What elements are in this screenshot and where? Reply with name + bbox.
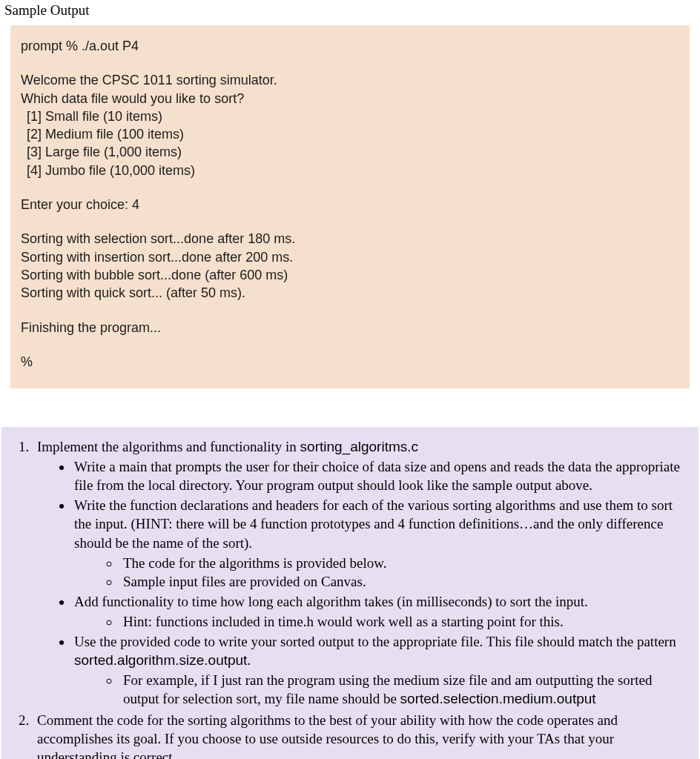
choice-line: Enter your choice: 4 [21,196,679,213]
instr-1-bullet-4-sub-1: For example, if I just ran the program u… [120,671,684,708]
instr-1-bullet-4-sub-1-example: sorted.selection.medium.output [400,691,596,706]
sample-output-box: prompt % ./a.out P4 Welcome the CPSC 101… [10,25,690,388]
selection-sort-line: Sorting with selection sort...done after… [21,230,679,248]
instr-1-bullet-1: Write a main that prompts the user for t… [73,457,684,494]
instr-1-bullet-2-sub-1: The code for the algorithms is provided … [120,554,684,572]
end-prompt: % [21,353,679,371]
instr-1-filename: sorting_algoritms.c [300,439,418,454]
option-4: [4] Jumbo file (10,000 items) [21,162,679,179]
instr-1-lead: Implement the algorithms and functionali… [37,439,300,454]
terminal-prompt-line: prompt % ./a.out P4 [21,37,679,55]
finish-line: Finishing the program... [21,319,679,337]
question-line: Which data file would you like to sort? [21,90,679,107]
instr-1-bullet-4-lead: Use the provided code to write your sort… [74,634,676,649]
bubble-sort-line: Sorting with bubble sort...done (after 6… [21,266,679,284]
instr-1-bullet-3: Add functionality to time how long each … [73,592,684,631]
instr-2-text: Comment the code for the sorting algorit… [37,712,618,759]
instr-1-bullet-2: Write the function declarations and head… [73,496,684,590]
instruction-1: Implement the algorithms and functionali… [33,437,684,708]
option-1: [1] Small file (10 items) [21,107,679,125]
option-2: [2] Medium file (100 items) [21,125,679,143]
instr-1-bullet-3-text: Add functionality to time how long each … [74,594,588,609]
instr-1-bullet-4: Use the provided code to write your sort… [73,632,684,708]
instr-1-bullet-3-sub-1: Hint: functions included in time.h would… [120,612,684,631]
option-3: [3] Large file (1,000 items) [21,143,679,161]
page-title: Sample Output [0,0,700,21]
instr-1-bullet-4-pattern: sorted.algorithm.size.output [74,652,247,668]
instructions-list: Implement the algorithms and functionali… [7,437,684,759]
instr-1-bullet-4-dot: . [247,652,251,668]
insertion-sort-line: Sorting with insertion sort...done after… [21,248,679,266]
welcome-line: Welcome the CPSC 1011 sorting simulator. [21,71,679,89]
instruction-2: Comment the code for the sorting algorit… [33,711,684,759]
quick-sort-line: Sorting with quick sort... (after 50 ms)… [21,284,679,302]
instr-1-bullet-2-sub-2: Sample input files are provided on Canva… [120,572,684,591]
instructions-box: Implement the algorithms and functionali… [1,427,699,759]
instr-1-bullet-2-text: Write the function declarations and head… [74,497,673,550]
